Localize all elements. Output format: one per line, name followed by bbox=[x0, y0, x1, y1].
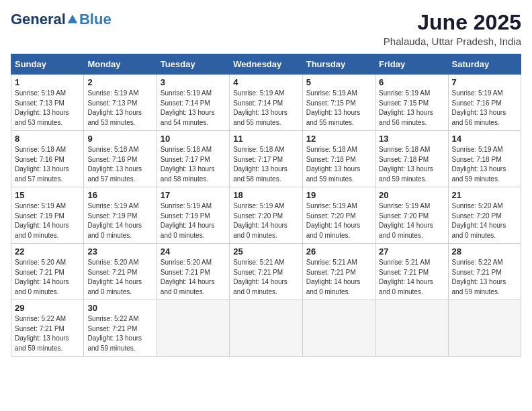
table-row: 26 Sunrise: 5:21 AMSunset: 7:21 PMDaylig… bbox=[302, 244, 375, 300]
day-info: Sunrise: 5:20 AMSunset: 7:21 PMDaylight:… bbox=[87, 258, 152, 297]
day-info: Sunrise: 5:21 AMSunset: 7:21 PMDaylight:… bbox=[233, 258, 298, 297]
table-row bbox=[302, 300, 375, 357]
day-number: 30 bbox=[87, 303, 152, 313]
day-info: Sunrise: 5:20 AMSunset: 7:21 PMDaylight:… bbox=[15, 258, 80, 297]
day-number: 6 bbox=[379, 77, 444, 87]
table-row: 18 Sunrise: 5:19 AMSunset: 7:20 PMDaylig… bbox=[230, 187, 302, 244]
calendar-row: 8 Sunrise: 5:18 AMSunset: 7:16 PMDayligh… bbox=[11, 131, 521, 187]
day-number: 10 bbox=[161, 134, 226, 144]
month-year-title: June 2025 bbox=[384, 11, 521, 34]
table-row: 7 Sunrise: 5:19 AMSunset: 7:16 PMDayligh… bbox=[448, 75, 521, 131]
title-area: June 2025 Phalauda, Uttar Pradesh, India bbox=[384, 11, 521, 47]
day-number: 14 bbox=[452, 134, 517, 144]
table-row: 15 Sunrise: 5:19 AMSunset: 7:19 PMDaylig… bbox=[11, 187, 84, 244]
day-number: 27 bbox=[379, 246, 444, 257]
day-info: Sunrise: 5:19 AMSunset: 7:19 PMDaylight:… bbox=[161, 201, 226, 240]
day-info: Sunrise: 5:19 AMSunset: 7:20 PMDaylight:… bbox=[379, 201, 444, 240]
day-number: 2 bbox=[87, 77, 152, 87]
day-info: Sunrise: 5:19 AMSunset: 7:14 PMDaylight:… bbox=[161, 89, 226, 128]
day-number: 4 bbox=[233, 77, 298, 87]
col-wednesday: Wednesday bbox=[230, 54, 302, 75]
col-monday: Monday bbox=[84, 54, 157, 75]
day-info: Sunrise: 5:22 AMSunset: 7:21 PMDaylight:… bbox=[15, 314, 80, 353]
table-row: 19 Sunrise: 5:19 AMSunset: 7:20 PMDaylig… bbox=[302, 187, 375, 244]
day-number: 22 bbox=[15, 246, 80, 257]
day-info: Sunrise: 5:20 AMSunset: 7:21 PMDaylight:… bbox=[161, 258, 226, 297]
day-info: Sunrise: 5:18 AMSunset: 7:17 PMDaylight:… bbox=[233, 145, 298, 184]
table-row: 4 Sunrise: 5:19 AMSunset: 7:14 PMDayligh… bbox=[230, 75, 302, 131]
table-row: 22 Sunrise: 5:20 AMSunset: 7:21 PMDaylig… bbox=[11, 244, 84, 300]
table-row: 30 Sunrise: 5:22 AMSunset: 7:21 PMDaylig… bbox=[84, 300, 157, 357]
table-row: 29 Sunrise: 5:22 AMSunset: 7:21 PMDaylig… bbox=[11, 300, 84, 357]
table-row: 28 Sunrise: 5:22 AMSunset: 7:21 PMDaylig… bbox=[448, 244, 521, 300]
day-number: 20 bbox=[379, 190, 444, 200]
day-number: 18 bbox=[233, 190, 298, 200]
day-info: Sunrise: 5:19 AMSunset: 7:16 PMDaylight:… bbox=[452, 89, 517, 128]
day-info: Sunrise: 5:18 AMSunset: 7:16 PMDaylight:… bbox=[87, 145, 152, 184]
calendar-row: 1 Sunrise: 5:19 AMSunset: 7:13 PMDayligh… bbox=[11, 75, 521, 131]
table-row: 17 Sunrise: 5:19 AMSunset: 7:19 PMDaylig… bbox=[157, 187, 229, 244]
logo-blue-text: Blue bbox=[79, 11, 112, 28]
day-info: Sunrise: 5:19 AMSunset: 7:20 PMDaylight:… bbox=[233, 201, 298, 240]
day-number: 17 bbox=[161, 190, 226, 200]
table-row: 27 Sunrise: 5:21 AMSunset: 7:21 PMDaylig… bbox=[375, 244, 448, 300]
calendar-row: 22 Sunrise: 5:20 AMSunset: 7:21 PMDaylig… bbox=[11, 244, 521, 300]
day-info: Sunrise: 5:19 AMSunset: 7:15 PMDaylight:… bbox=[306, 89, 371, 128]
day-info: Sunrise: 5:19 AMSunset: 7:19 PMDaylight:… bbox=[87, 201, 152, 240]
table-row: 3 Sunrise: 5:19 AMSunset: 7:14 PMDayligh… bbox=[157, 75, 229, 131]
day-info: Sunrise: 5:20 AMSunset: 7:20 PMDaylight:… bbox=[452, 201, 517, 240]
table-row bbox=[230, 300, 302, 357]
day-number: 29 bbox=[15, 303, 80, 313]
table-row: 13 Sunrise: 5:18 AMSunset: 7:18 PMDaylig… bbox=[375, 131, 448, 187]
day-number: 26 bbox=[306, 246, 371, 257]
day-info: Sunrise: 5:21 AMSunset: 7:21 PMDaylight:… bbox=[379, 258, 444, 297]
day-info: Sunrise: 5:19 AMSunset: 7:13 PMDaylight:… bbox=[15, 89, 80, 128]
day-number: 7 bbox=[452, 77, 517, 87]
day-number: 12 bbox=[306, 134, 371, 144]
day-number: 16 bbox=[87, 190, 152, 200]
day-number: 3 bbox=[161, 77, 226, 87]
day-number: 11 bbox=[233, 134, 298, 144]
table-row: 14 Sunrise: 5:19 AMSunset: 7:18 PMDaylig… bbox=[448, 131, 521, 187]
header: General Blue June 2025 Phalauda, Uttar P… bbox=[11, 11, 521, 47]
day-info: Sunrise: 5:18 AMSunset: 7:18 PMDaylight:… bbox=[306, 145, 371, 184]
table-row: 25 Sunrise: 5:21 AMSunset: 7:21 PMDaylig… bbox=[230, 244, 302, 300]
day-number: 5 bbox=[306, 77, 371, 87]
day-number: 13 bbox=[379, 134, 444, 144]
calendar-header-row: Sunday Monday Tuesday Wednesday Thursday… bbox=[11, 54, 521, 75]
table-row: 12 Sunrise: 5:18 AMSunset: 7:18 PMDaylig… bbox=[302, 131, 375, 187]
day-number: 8 bbox=[15, 134, 80, 144]
logo: General Blue bbox=[11, 11, 112, 28]
col-friday: Friday bbox=[375, 54, 448, 75]
table-row: 5 Sunrise: 5:19 AMSunset: 7:15 PMDayligh… bbox=[302, 75, 375, 131]
day-info: Sunrise: 5:18 AMSunset: 7:16 PMDaylight:… bbox=[15, 145, 80, 184]
table-row: 21 Sunrise: 5:20 AMSunset: 7:20 PMDaylig… bbox=[448, 187, 521, 244]
day-info: Sunrise: 5:19 AMSunset: 7:20 PMDaylight:… bbox=[306, 201, 371, 240]
table-row: 23 Sunrise: 5:20 AMSunset: 7:21 PMDaylig… bbox=[84, 244, 157, 300]
logo-icon bbox=[66, 13, 79, 26]
table-row bbox=[375, 300, 448, 357]
day-number: 21 bbox=[452, 190, 517, 200]
table-row: 10 Sunrise: 5:18 AMSunset: 7:17 PMDaylig… bbox=[157, 131, 229, 187]
day-info: Sunrise: 5:22 AMSunset: 7:21 PMDaylight:… bbox=[87, 314, 152, 353]
day-number: 15 bbox=[15, 190, 80, 200]
table-row bbox=[157, 300, 229, 357]
day-number: 25 bbox=[233, 246, 298, 257]
day-info: Sunrise: 5:18 AMSunset: 7:18 PMDaylight:… bbox=[379, 145, 444, 184]
table-row bbox=[448, 300, 521, 357]
table-row: 16 Sunrise: 5:19 AMSunset: 7:19 PMDaylig… bbox=[84, 187, 157, 244]
logo-general-text: General bbox=[11, 11, 66, 28]
table-row: 6 Sunrise: 5:19 AMSunset: 7:15 PMDayligh… bbox=[375, 75, 448, 131]
svg-marker-0 bbox=[68, 15, 77, 24]
col-thursday: Thursday bbox=[302, 54, 375, 75]
col-saturday: Saturday bbox=[448, 54, 521, 75]
calendar-table: Sunday Monday Tuesday Wednesday Thursday… bbox=[11, 54, 521, 357]
table-row: 11 Sunrise: 5:18 AMSunset: 7:17 PMDaylig… bbox=[230, 131, 302, 187]
day-number: 28 bbox=[452, 246, 517, 257]
table-row: 2 Sunrise: 5:19 AMSunset: 7:13 PMDayligh… bbox=[84, 75, 157, 131]
location-subtitle: Phalauda, Uttar Pradesh, India bbox=[384, 36, 521, 47]
day-info: Sunrise: 5:22 AMSunset: 7:21 PMDaylight:… bbox=[452, 258, 517, 297]
day-number: 9 bbox=[87, 134, 152, 144]
day-info: Sunrise: 5:19 AMSunset: 7:19 PMDaylight:… bbox=[15, 201, 80, 240]
table-row: 24 Sunrise: 5:20 AMSunset: 7:21 PMDaylig… bbox=[157, 244, 229, 300]
